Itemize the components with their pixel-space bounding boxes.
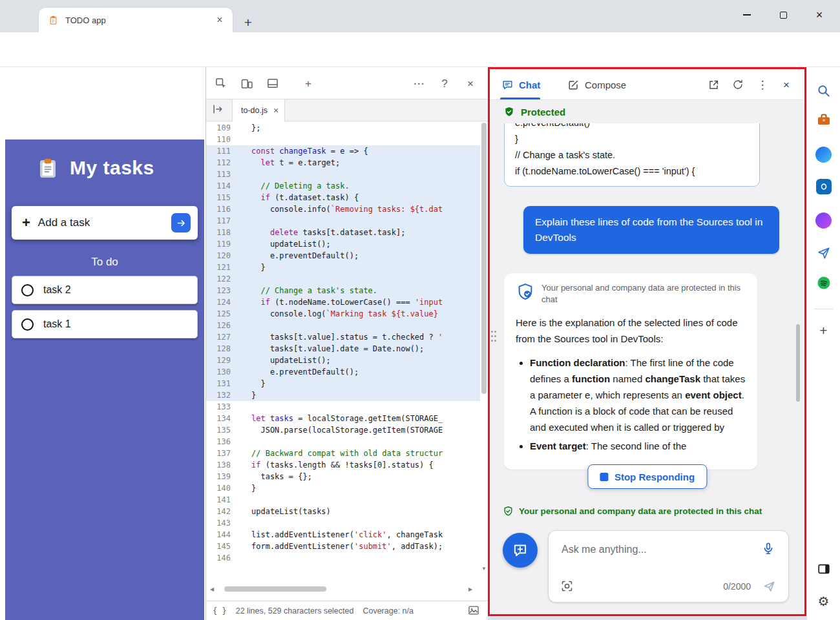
- copilot-close-button[interactable]: ×: [779, 77, 794, 92]
- code-line[interactable]: 128 tasks[t.value].date = Date.now();: [206, 343, 480, 355]
- devtools-more-tabs-button[interactable]: +: [300, 76, 316, 91]
- code-editor[interactable]: 109};110111const changeTask = e => {112 …: [206, 122, 480, 568]
- copilot-code-quote: e.preventDefault()}// Change a task's st…: [504, 123, 760, 187]
- copilot-answer-card: Your personal and company data are prote…: [504, 273, 757, 470]
- sidebar-toggle-button[interactable]: [815, 561, 832, 577]
- code-line[interactable]: 109};: [206, 122, 480, 134]
- sidebar-tools-button[interactable]: [815, 111, 832, 128]
- tab-chat[interactable]: Chat: [501, 69, 540, 100]
- code-line[interactable]: 113: [206, 169, 480, 180]
- sidebar-search-button[interactable]: [815, 82, 832, 99]
- inspect-element-button[interactable]: [213, 76, 229, 91]
- code-line[interactable]: 145form.addEventListener('submit', addTa…: [206, 541, 480, 552]
- code-line[interactable]: 135 JSON.parse(localStorage.getItem(STOR…: [206, 424, 480, 436]
- code-line[interactable]: 141: [206, 494, 480, 506]
- code-line[interactable]: 143: [206, 517, 480, 529]
- close-window-button[interactable]: ×: [801, 0, 837, 30]
- open-in-new-window-button[interactable]: [706, 77, 721, 92]
- code-line[interactable]: 111const changeTask = e => {: [206, 145, 480, 157]
- refresh-chat-button[interactable]: [730, 77, 746, 92]
- dock-panel-button[interactable]: [265, 76, 280, 91]
- scrollbar-thumb[interactable]: [481, 123, 487, 394]
- tab-compose[interactable]: Compose: [567, 69, 626, 100]
- new-topic-button[interactable]: [503, 533, 538, 568]
- sidebar-designer-button[interactable]: [815, 212, 832, 229]
- add-task-input[interactable]: + Add a task: [12, 206, 198, 240]
- code-line[interactable]: 127 tasks[t.value].status = t.checked ? …: [206, 331, 480, 343]
- copilot-menu-button[interactable]: ⋮: [755, 77, 770, 92]
- send-button[interactable]: [762, 579, 777, 594]
- code-line[interactable]: 118 delete tasks[t.dataset.task];: [206, 227, 480, 238]
- code-line[interactable]: 123 // Change a task's state.: [206, 285, 480, 296]
- code-line[interactable]: 116 console.info(`Removing tasks: ${t.da…: [206, 203, 480, 215]
- add-task-submit-button[interactable]: [171, 213, 191, 232]
- editor-vertical-scrollbar[interactable]: [481, 123, 487, 575]
- screenshot-button[interactable]: [560, 579, 574, 594]
- code-line[interactable]: 136: [206, 436, 480, 448]
- code-line[interactable]: 124 if (t.nodeName.toLowerCase() === 'in…: [206, 296, 480, 308]
- code-line[interactable]: 119 updateList();: [206, 238, 480, 250]
- devtools-help-button[interactable]: ?: [437, 76, 452, 91]
- editor-horizontal-scrollbar[interactable]: ◀ ▶: [207, 584, 475, 594]
- microphone-button[interactable]: [761, 541, 777, 557]
- code-line[interactable]: 114 // Deleting a task.: [206, 180, 480, 192]
- new-tab-button[interactable]: +: [239, 14, 257, 32]
- file-tab-to-do-js[interactable]: to-do.js ×: [232, 99, 285, 121]
- code-line[interactable]: 117: [206, 215, 480, 227]
- devtools-close-button[interactable]: ×: [463, 76, 478, 91]
- code-line[interactable]: 132}: [206, 389, 480, 401]
- pretty-print-button[interactable]: { }: [213, 606, 227, 615]
- minimize-button[interactable]: [729, 0, 765, 30]
- code-line[interactable]: 139 tasks = {};: [206, 471, 480, 482]
- tab-close-icon[interactable]: ×: [213, 14, 226, 26]
- code-line[interactable]: 110: [206, 134, 480, 145]
- code-line[interactable]: 125 console.log(`Marking task ${t.value}: [206, 308, 480, 320]
- show-navigator-button[interactable]: [211, 103, 227, 118]
- panel-resize-grip[interactable]: [490, 331, 497, 342]
- task-checkbox[interactable]: [21, 318, 34, 331]
- code-line[interactable]: 134let tasks = localStorage.getItem(STOR…: [206, 413, 480, 424]
- copilot-scrollbar-thumb[interactable]: [796, 324, 800, 402]
- device-toolbar-button[interactable]: [239, 76, 255, 91]
- sidebar-customize-button[interactable]: +: [815, 322, 832, 338]
- chat-input-placeholder[interactable]: Ask me anything...: [562, 544, 647, 555]
- code-line[interactable]: 121 }: [206, 262, 480, 273]
- code-line[interactable]: 112 let t = e.target;: [206, 157, 480, 169]
- code-line[interactable]: 146: [206, 552, 480, 564]
- line-number: 118: [206, 227, 238, 238]
- media-status-icon: [467, 604, 481, 618]
- sidebar-outlook-button[interactable]: [815, 178, 832, 195]
- code-line[interactable]: 130 e.preventDefault();: [206, 366, 480, 378]
- scroll-right-arrow[interactable]: ▶: [466, 586, 475, 592]
- sidebar-drop-button[interactable]: [815, 245, 832, 262]
- code-line[interactable]: 115 if (t.dataset.task) {: [206, 192, 480, 203]
- screenshot-icon: [560, 579, 574, 593]
- task-item[interactable]: task 1: [12, 310, 198, 338]
- code-line[interactable]: 142updateList(tasks): [206, 506, 480, 517]
- file-tab-close-icon[interactable]: ×: [273, 106, 278, 115]
- devtools-menu-button[interactable]: ⋯: [411, 76, 426, 91]
- sidebar-copilot-button[interactable]: [815, 146, 832, 163]
- chat-scroll-area[interactable]: e.preventDefault()}// Change a task's st…: [490, 123, 804, 501]
- task-item[interactable]: task 2: [12, 276, 198, 304]
- sidebar-settings-button[interactable]: ⚙: [815, 593, 832, 610]
- chat-input-box[interactable]: Ask me anything... 0/2000: [548, 530, 789, 603]
- sidebar-spotify-button[interactable]: [815, 274, 832, 291]
- browser-tab[interactable]: TODO app ×: [39, 8, 233, 32]
- code-line[interactable]: 131 }: [206, 378, 480, 389]
- stop-responding-button[interactable]: Stop Responding: [587, 464, 707, 489]
- scroll-left-arrow[interactable]: ◀: [207, 586, 216, 592]
- scroll-down-arrow[interactable]: ▼: [480, 566, 488, 572]
- code-line[interactable]: 140}: [206, 482, 480, 494]
- code-line[interactable]: 126: [206, 320, 480, 331]
- code-line[interactable]: 137// Backward compat with old data stru…: [206, 448, 480, 459]
- code-line[interactable]: 129 updateList();: [206, 355, 480, 366]
- code-line[interactable]: 144list.addEventListener('click', change…: [206, 529, 480, 541]
- task-checkbox[interactable]: [21, 284, 34, 296]
- code-line[interactable]: 133: [206, 401, 480, 413]
- scrollbar-thumb[interactable]: [224, 586, 326, 592]
- code-line[interactable]: 120 e.preventDefault();: [206, 250, 480, 262]
- maximize-button[interactable]: [765, 0, 801, 30]
- code-line[interactable]: 122: [206, 273, 480, 285]
- code-line[interactable]: 138if (tasks.length && !tasks[0].status)…: [206, 459, 480, 471]
